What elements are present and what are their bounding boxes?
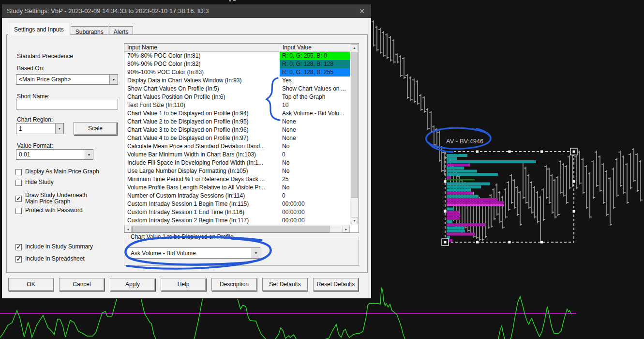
input-value-cell[interactable]: None bbox=[280, 118, 350, 126]
short-name-input[interactable] bbox=[16, 99, 118, 109]
volume-profile-bar bbox=[447, 198, 498, 201]
table-row[interactable]: 90%-100% POC Color (In:83)R: 0, G: 128, … bbox=[124, 68, 350, 77]
table-row[interactable]: Chart Value 3 to be Displayed on Profile… bbox=[124, 126, 350, 134]
scale-button[interactable]: Scale bbox=[74, 122, 117, 135]
checkbox-protect-with-password[interactable]: Protect with Password bbox=[15, 207, 117, 214]
description-button[interactable]: Description bbox=[211, 278, 257, 291]
checkbox-checked-icon[interactable]: ✓ bbox=[15, 244, 22, 250]
checkbox-display-as-main-price-graph[interactable]: Display As Main Price Graph bbox=[15, 169, 117, 175]
inputs-table-header: Input Name Input Value bbox=[124, 44, 350, 52]
vertical-scrollbar[interactable]: ▲ ▼ bbox=[350, 44, 359, 225]
checkbox-include-in-study-summary[interactable]: ✓Include in Study Summary bbox=[15, 244, 117, 250]
input-value-color-chip[interactable]: R: 0, G: 255, B: 0 bbox=[280, 52, 350, 60]
input-value-color-chip[interactable]: R: 0, G: 128, B: 128 bbox=[280, 60, 350, 68]
selection-handle[interactable] bbox=[444, 210, 447, 213]
scroll-down-icon[interactable]: ▼ bbox=[351, 217, 358, 224]
value-format-dropdown[interactable]: 0.01 ▼ bbox=[16, 149, 93, 160]
horizontal-scrollbar[interactable]: ◄ ► bbox=[124, 225, 350, 232]
input-value-cell[interactable]: Top of the Graph bbox=[280, 93, 350, 101]
checkbox-checked-icon[interactable]: ✓ bbox=[15, 256, 22, 262]
checkbox-label: Protect with Password bbox=[25, 207, 117, 214]
table-row[interactable]: Calculate Mean Price and Standard Deviat… bbox=[124, 142, 350, 151]
table-row[interactable]: Chart Value 4 to be Displayed on Profile… bbox=[124, 134, 350, 142]
input-value-cell[interactable]: Show Chart Values on ... bbox=[280, 85, 350, 93]
horizontal-scroll-thumb[interactable] bbox=[132, 226, 329, 232]
vertical-scroll-thumb[interactable] bbox=[351, 52, 358, 198]
input-value-cell[interactable]: None bbox=[280, 134, 350, 142]
input-value-cell[interactable]: Yes bbox=[280, 77, 350, 85]
checkbox-hide-study[interactable]: Hide Study bbox=[15, 179, 117, 185]
checkbox-unchecked-icon[interactable] bbox=[15, 169, 22, 175]
selection-corner-dot[interactable] bbox=[573, 151, 575, 153]
input-name-cell: Calculate Mean Price and Standard Deviat… bbox=[124, 142, 279, 151]
selection-handle[interactable] bbox=[540, 151, 543, 153]
input-value-cell[interactable]: Ask Volume - Bid Volu... bbox=[280, 109, 350, 118]
input-value-cell[interactable]: No bbox=[280, 184, 350, 192]
table-row[interactable]: Custom Intraday Session 2 Begin Time (In… bbox=[124, 216, 350, 225]
input-value-cell[interactable]: 0 bbox=[280, 151, 350, 159]
checkbox-include-in-spreadsheet[interactable]: ✓Include in Spreadsheet bbox=[15, 256, 117, 262]
selection-handle[interactable] bbox=[573, 210, 575, 213]
table-row[interactable]: Number of Custom Intraday Sessions (In:1… bbox=[124, 192, 350, 200]
input-value-cell[interactable]: No bbox=[280, 167, 350, 175]
selection-corner-dot[interactable] bbox=[444, 241, 447, 244]
apply-button[interactable]: Apply bbox=[110, 278, 155, 291]
set-defaults-button[interactable]: Set Defaults bbox=[262, 278, 308, 291]
chevron-down-icon[interactable]: ▼ bbox=[55, 123, 63, 134]
chevron-down-icon[interactable]: ▼ bbox=[109, 75, 118, 84]
table-row[interactable]: Text Font Size (In:110)10 bbox=[124, 101, 350, 109]
chevron-down-icon[interactable]: ▼ bbox=[85, 150, 93, 159]
input-value-cell[interactable]: 10 bbox=[280, 101, 350, 109]
input-value-cell[interactable]: No bbox=[280, 159, 350, 167]
table-row[interactable]: 80%-90% POC Color (In:82)R: 0, G: 128, B… bbox=[124, 60, 350, 68]
selection-handle[interactable] bbox=[476, 151, 479, 153]
input-value-cell[interactable]: 0 bbox=[280, 192, 350, 200]
table-row[interactable]: Show Chart Values On Profile (In:5)Show … bbox=[124, 85, 350, 93]
input-value-cell[interactable]: 00:00:00 bbox=[280, 216, 350, 225]
close-icon[interactable]: ✕ bbox=[356, 4, 368, 18]
table-row[interactable]: Volume Profile Bars Length Relative to A… bbox=[124, 184, 350, 192]
table-row[interactable]: Use Large Number Display Formatting (In:… bbox=[124, 167, 350, 175]
table-row[interactable]: Custom Intraday Session 1 Begin Time (In… bbox=[124, 200, 350, 208]
chart-value-1-dropdown[interactable]: Ask Volume - Bid Volume ▼ bbox=[128, 247, 260, 259]
input-value-cell[interactable]: No bbox=[280, 142, 350, 151]
help-button[interactable]: Help bbox=[161, 278, 206, 291]
reset-defaults-button[interactable]: Reset Defaults bbox=[313, 278, 359, 291]
selection-handle[interactable] bbox=[573, 180, 575, 183]
input-value-color-chip[interactable]: R: 0, G: 128, B: 255 bbox=[280, 68, 350, 77]
table-row[interactable]: Chart Value 2 to be Displayed on Profile… bbox=[124, 118, 350, 126]
selection-handle[interactable] bbox=[509, 241, 511, 244]
table-row[interactable]: Minimum Time Period % For Reference Days… bbox=[124, 175, 350, 184]
tab-strip: Settings and InputsSubgraphsAlerts bbox=[8, 23, 134, 35]
table-row[interactable]: Custom Intraday Session 1 End Time (In:1… bbox=[124, 208, 350, 216]
dialog-titlebar[interactable]: Study Settings: VbP - 2023-02-09 14:34:3… bbox=[2, 4, 371, 18]
chart-region-dropdown[interactable]: 1 ▼ bbox=[16, 123, 64, 134]
checkbox-checked-icon[interactable]: ✓ bbox=[15, 196, 22, 202]
based-on-dropdown[interactable]: <Main Price Graph> ▼ bbox=[16, 74, 118, 85]
chart-value-1-selected: Ask Volume - Bid Volume bbox=[128, 250, 252, 257]
cancel-button[interactable]: Cancel bbox=[59, 278, 105, 291]
table-row[interactable]: Display Data in Chart Values Window (In:… bbox=[124, 77, 350, 85]
table-row[interactable]: Chart Values Position On Profile (In:6)T… bbox=[124, 93, 350, 101]
input-value-cell[interactable]: None bbox=[280, 126, 350, 134]
checkbox-draw-study-underneath-main-price-graph[interactable]: ✓Draw Study Underneath Main Price Graph bbox=[15, 192, 98, 205]
selection-handle[interactable] bbox=[444, 180, 447, 183]
chevron-down-icon[interactable]: ▼ bbox=[252, 248, 260, 258]
selection-handle[interactable] bbox=[509, 151, 511, 153]
input-value-cell[interactable]: 25 bbox=[280, 175, 350, 184]
selection-handle[interactable] bbox=[540, 241, 543, 244]
input-value-cell[interactable]: 00:00:00 bbox=[280, 200, 350, 208]
scroll-right-icon[interactable]: ► bbox=[343, 226, 350, 232]
table-row[interactable]: 70%-80% POC Color (In:81)R: 0, G: 255, B… bbox=[124, 52, 350, 60]
table-row[interactable]: Volume Bar Minimum Width in Chart Bars (… bbox=[124, 151, 350, 159]
selection-handle[interactable] bbox=[476, 241, 479, 244]
scroll-left-icon[interactable]: ◄ bbox=[124, 226, 132, 232]
ok-button[interactable]: OK bbox=[8, 278, 54, 291]
checkbox-unchecked-icon[interactable] bbox=[15, 208, 22, 214]
table-row[interactable]: Chart Value 1 to be Displayed on Profile… bbox=[124, 109, 350, 118]
table-row[interactable]: Include Fill Space In Developing Period … bbox=[124, 159, 350, 167]
tab-settings-and-inputs[interactable]: Settings and Inputs bbox=[8, 23, 70, 35]
scroll-up-icon[interactable]: ▲ bbox=[351, 44, 358, 51]
checkbox-unchecked-icon[interactable] bbox=[15, 180, 22, 186]
input-value-cell[interactable]: 00:00:00 bbox=[280, 208, 350, 216]
